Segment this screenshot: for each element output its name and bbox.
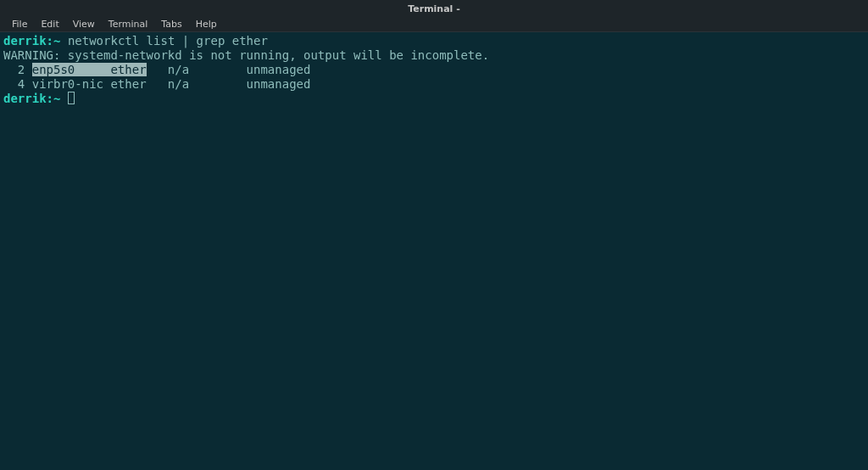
menu-edit[interactable]: Edit bbox=[34, 17, 65, 31]
output-row-1: 2 enp5s0 ether n/a unmanaged bbox=[3, 63, 865, 77]
row1-idx: 2 bbox=[3, 63, 32, 76]
prompt-sep: : bbox=[47, 34, 53, 48]
cursor-icon bbox=[68, 92, 75, 104]
menu-tabs[interactable]: Tabs bbox=[154, 17, 188, 31]
prompt-sep-2: : bbox=[47, 92, 53, 105]
menu-help[interactable]: Help bbox=[189, 17, 224, 31]
row1-rest: n/a unmanaged bbox=[147, 63, 311, 76]
prompt-space bbox=[60, 92, 67, 105]
menubar: File Edit View Terminal Tabs Help bbox=[0, 17, 868, 32]
command-text: networkctl list | grep ether bbox=[60, 34, 267, 48]
prompt-user: derrik bbox=[3, 34, 47, 48]
window-title: Terminal - bbox=[408, 3, 460, 14]
menu-terminal[interactable]: Terminal bbox=[102, 17, 155, 31]
row1-highlight: enp5s0 ether bbox=[32, 63, 147, 76]
menu-view[interactable]: View bbox=[66, 17, 102, 31]
terminal-content[interactable]: derrik:~ networkctl list | grep etherWAR… bbox=[0, 32, 868, 108]
output-row-2: 4 virbr0-nic ether n/a unmanaged bbox=[3, 77, 865, 92]
prompt-user-2: derrik bbox=[3, 92, 47, 105]
menu-file[interactable]: File bbox=[5, 17, 34, 31]
window-titlebar: Terminal - bbox=[0, 0, 868, 17]
warning-output: WARNING: systemd-networkd is not running… bbox=[3, 48, 865, 63]
